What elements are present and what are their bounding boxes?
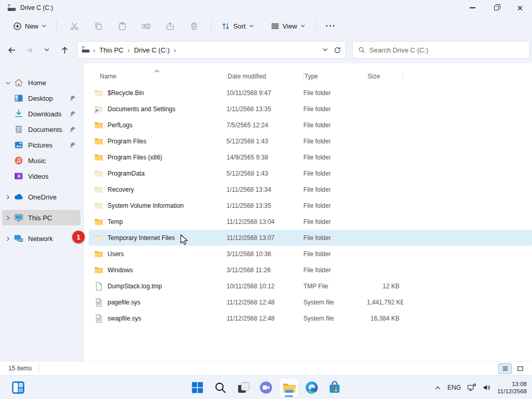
copy-button[interactable] [89,18,108,34]
sidebar-item-network[interactable]: Network [2,231,81,246]
share-button[interactable] [161,18,179,34]
file-row[interactable]: Users3/11/2568 10:36File folder [89,246,532,262]
search-icon [358,46,365,54]
taskbar-edge-button[interactable] [302,378,322,397]
file-type: File folder [303,202,367,209]
tray-date: 11/12/2568 [497,388,527,395]
large-icons-view-toggle[interactable] [513,363,527,374]
file-row[interactable]: ProgramData5/12/2568 1:43File folder [89,165,532,181]
file-type: File folder [303,267,367,274]
tray-chevron-up-icon[interactable] [434,384,441,391]
column-header-type[interactable]: Type [303,70,367,83]
new-button[interactable]: New [8,19,51,34]
taskbar-store-button[interactable] [325,378,344,397]
taskbar-chat-button[interactable] [256,378,276,397]
recent-locations-button[interactable] [38,42,55,58]
sidebar-item-documents[interactable]: Documents [2,122,81,137]
column-header-size[interactable]: Size [367,70,403,83]
file-name: Temp [108,218,123,225]
chevron-right-icon[interactable] [2,215,14,221]
delete-button[interactable] [184,18,203,34]
file-name: swapfile.sys [108,315,141,322]
file-row[interactable]: Documents and Settings1/11/2568 13:35Fil… [89,101,532,117]
minimize-button[interactable] [460,0,484,16]
breadcrumb-item[interactable]: Drive C (C:) [131,45,173,56]
file-date: 3/11/2568 10:36 [227,250,303,258]
taskbar-search-button[interactable] [210,378,230,397]
file-type: File folder [303,89,367,97]
toolbar-separator [315,20,316,32]
sort-button[interactable]: Sort [217,19,259,34]
search-input[interactable] [369,46,524,54]
language-indicator[interactable]: ENG [447,384,461,391]
file-row[interactable]: pagefile.sys11/12/2568 12:48System file1… [89,294,532,310]
cut-button[interactable] [65,18,84,34]
sidebar-item-pictures[interactable]: Pictures [2,137,81,153]
main-area: HomeDesktopDownloadsDocumentsPicturesMus… [0,63,532,361]
refresh-icon[interactable] [334,46,341,54]
chevron-down-icon[interactable] [2,79,14,86]
details-view-toggle[interactable] [498,363,512,374]
breadcrumb-item[interactable]: This PC [96,45,126,56]
forward-button[interactable] [21,42,37,58]
taskbar-task-view-button[interactable] [233,378,253,397]
file-row[interactable]: Program Files (x86)14/9/2565 9:38File fo… [89,149,532,165]
folder-faded-icon [94,233,103,243]
store-icon [328,381,341,394]
file-row[interactable]: Temp11/12/2568 13:04File folder [89,214,532,230]
file-row[interactable]: $Recycle.Bin10/11/2568 9:47File folder [89,85,532,101]
sidebar-item-downloads[interactable]: Downloads [2,106,81,122]
view-button[interactable]: View [266,19,310,34]
breadcrumb-separator[interactable]: › [173,46,177,54]
breadcrumb-separator: › [92,46,96,54]
file-row[interactable]: Windows3/11/2568 11:26File folder [89,262,532,278]
restore-button[interactable] [484,0,508,16]
file-row[interactable]: DumpStack.log.tmp10/11/2568 10:12TMP Fil… [89,278,532,294]
address-dropdown-chevron-icon[interactable] [322,47,328,53]
file-date: 3/11/2568 11:26 [227,267,303,274]
up-button[interactable] [56,42,73,58]
file-date: 14/9/2565 9:38 [227,154,303,161]
column-header-name[interactable]: Name [89,70,227,83]
file-date: 11/12/2568 12:48 [227,315,303,322]
rename-button[interactable] [137,18,155,34]
file-row[interactable]: Program Files5/12/2568 1:43File folder [89,133,532,149]
folder-icon [94,265,103,275]
file-row[interactable]: PerfLogs7/5/2565 12:24File folder [89,117,532,133]
sidebar-item-label: Network [28,235,53,243]
sidebar-item-label: Desktop [28,95,53,102]
sidebar-item-music[interactable]: Music [2,153,81,168]
address-bar[interactable]: ›This PC›Drive C (C:)› [77,41,346,59]
chevron-right-icon[interactable] [2,194,14,201]
sidebar-item-onedrive[interactable]: OneDrive [2,189,81,205]
file-row[interactable]: System Volume Information1/11/2568 13:35… [89,197,532,214]
more-options-button[interactable]: ... [321,19,340,32]
network-icon[interactable] [467,383,476,392]
back-button[interactable] [3,42,20,58]
onedrive-icon [14,192,23,202]
close-button[interactable]: ✕ [508,0,532,16]
clock[interactable]: 13:08 11/12/2568 [497,380,527,395]
sidebar-item-desktop[interactable]: Desktop [2,90,81,106]
paste-button[interactable] [113,18,131,34]
file-row[interactable]: Temporary Internet Files11/12/2568 13:07… [89,230,532,246]
chevron-right-icon[interactable] [2,235,14,242]
taskbar-start-button[interactable] [188,378,207,397]
file-name: Windows [108,267,133,274]
file-type: File folder [303,186,367,193]
file-list: $Recycle.Bin10/11/2568 9:47File folderDo… [89,85,532,326]
sidebar-item-home[interactable]: Home [2,75,81,90]
file-row[interactable]: swapfile.sys11/12/2568 12:48System file1… [89,310,532,326]
status-bar: 15 items [0,361,532,375]
taskbar-file-explorer-button[interactable] [279,378,299,397]
folder-icon [94,153,103,162]
file-row[interactable]: Recovery1/11/2568 13:34File folder [89,181,532,197]
file-size: 12 KB [367,283,403,290]
file-name: PerfLogs [108,122,132,129]
sidebar-item-videos[interactable]: Videos [2,168,81,184]
command-bar: New Sort View ... [0,16,532,36]
file-name: Recovery [108,186,134,193]
volume-icon[interactable] [483,383,491,392]
column-header-date-modified[interactable]: Date modified [227,70,303,83]
sidebar-item-this-pc[interactable]: This PC [2,210,81,225]
